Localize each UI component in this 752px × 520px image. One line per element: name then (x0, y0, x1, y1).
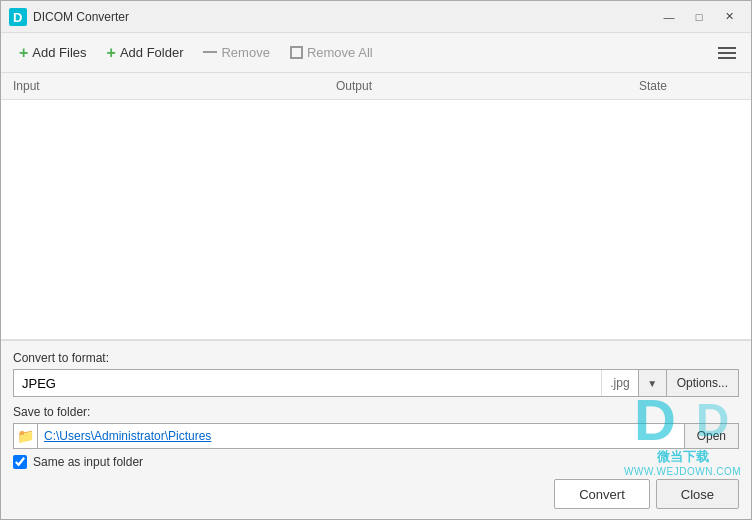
add-files-label: Add Files (32, 45, 86, 60)
add-folder-label: Add Folder (120, 45, 184, 60)
format-row: .jpg ▼ Options... (13, 369, 739, 397)
file-list-area: Input Output State (1, 73, 751, 340)
folder-row: Save to folder: 📁 C:\Users\Administrator… (13, 405, 739, 449)
column-output: Output (316, 79, 639, 93)
remove-all-button[interactable]: Remove All (282, 41, 381, 64)
remove-label: Remove (221, 45, 269, 60)
action-buttons: Convert Close (13, 479, 739, 509)
file-list-header: Input Output State (1, 73, 751, 100)
folder-icon-wrap: 📁 (13, 423, 37, 449)
options-button[interactable]: Options... (667, 369, 739, 397)
same-as-input-row: Same as input folder (13, 455, 739, 469)
minimize-button[interactable]: — (655, 6, 683, 28)
app-icon: D (9, 8, 27, 26)
format-dropdown-button[interactable]: ▼ (638, 370, 666, 396)
remove-all-label: Remove All (307, 45, 373, 60)
format-extension: .jpg (601, 370, 637, 396)
remove-button[interactable]: Remove (195, 41, 277, 64)
add-files-icon: + (19, 45, 28, 61)
bottom-area: Convert to format: .jpg ▼ Options... Sav… (1, 340, 751, 519)
maximize-button[interactable]: □ (685, 6, 713, 28)
file-list-body (1, 100, 751, 339)
format-input[interactable] (14, 370, 601, 396)
app-title: DICOM Converter (33, 10, 655, 24)
svg-text:D: D (13, 10, 22, 25)
toolbar: + Add Files + Add Folder Remove Remove A… (1, 33, 751, 73)
hamburger-line-2 (718, 52, 736, 54)
remove-icon (203, 51, 217, 53)
column-input: Input (13, 79, 316, 93)
remove-all-icon (290, 46, 303, 59)
window-controls: — □ ✕ (655, 6, 743, 28)
folder-input-group: 📁 C:\Users\Administrator\Pictures Open (13, 423, 739, 449)
format-input-group: .jpg ▼ (13, 369, 667, 397)
add-folder-icon: + (107, 45, 116, 61)
close-window-button[interactable]: ✕ (715, 6, 743, 28)
close-button[interactable]: Close (656, 479, 739, 509)
hamburger-line-3 (718, 57, 736, 59)
format-label: Convert to format: (13, 351, 739, 365)
menu-button[interactable] (713, 39, 741, 67)
same-as-input-label: Same as input folder (33, 455, 143, 469)
open-folder-button[interactable]: Open (684, 423, 739, 449)
add-folder-button[interactable]: + Add Folder (99, 41, 192, 65)
column-state: State (639, 79, 739, 93)
title-bar: D DICOM Converter — □ ✕ (1, 1, 751, 33)
convert-button[interactable]: Convert (554, 479, 650, 509)
hamburger-line-1 (718, 47, 736, 49)
folder-path[interactable]: C:\Users\Administrator\Pictures (37, 423, 684, 449)
folder-icon: 📁 (17, 428, 34, 444)
add-files-button[interactable]: + Add Files (11, 41, 95, 65)
same-as-input-checkbox[interactable] (13, 455, 27, 469)
folder-label: Save to folder: (13, 405, 739, 419)
